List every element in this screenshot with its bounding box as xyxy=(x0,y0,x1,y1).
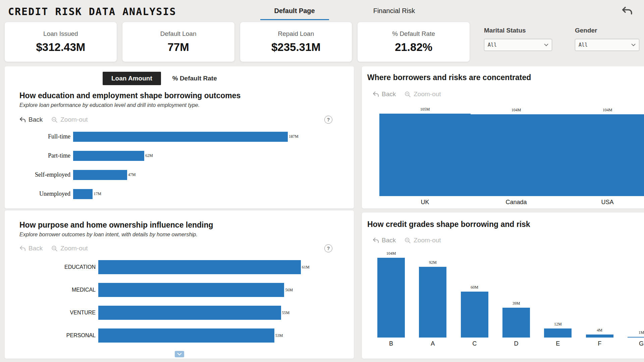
bar-track: 56M xyxy=(98,283,339,297)
column-bar[interactable] xyxy=(628,337,644,338)
bar-value-label: 17M xyxy=(94,191,101,196)
zoom-out-button[interactable]: Zoom-out xyxy=(51,116,88,123)
kpi-label: Loan Issued xyxy=(43,30,78,38)
bar-row: Part-time62M xyxy=(19,146,339,165)
chevron-down-icon xyxy=(631,44,636,46)
column-bar[interactable] xyxy=(461,292,488,338)
zoom-out-button[interactable]: Zoom-out xyxy=(405,237,441,244)
left-column: Loan Amount % Default Rate How education… xyxy=(5,66,354,359)
bar[interactable] xyxy=(98,283,284,297)
default-rate-toggle-button[interactable]: % Default Rate xyxy=(161,72,228,85)
filter-marital-status: Marital Status All xyxy=(484,27,552,62)
column-category-label: E xyxy=(556,340,560,347)
zoom-out-button[interactable]: Zoom-out xyxy=(405,90,441,98)
back-button[interactable]: Back xyxy=(19,116,43,123)
kpi-repaid-loan: Repaid Loan $235.31M xyxy=(240,22,352,62)
kpi-value: $312.43M xyxy=(36,41,85,54)
column-item: 1MG xyxy=(628,330,644,348)
filter-label: Gender xyxy=(575,27,639,34)
column-item: 12ME xyxy=(544,322,572,347)
bar[interactable] xyxy=(98,260,301,274)
bar[interactable] xyxy=(73,132,288,142)
column-item: 39MD xyxy=(502,301,530,347)
chart-title: How credit grades shape borrowing and ri… xyxy=(367,220,644,229)
bar-category-label: Unemployed xyxy=(19,190,73,197)
bar-value-label: 53M xyxy=(275,333,283,338)
column-value-label: 4M xyxy=(597,328,602,333)
measure-toggle: Loan Amount % Default Rate xyxy=(103,72,354,85)
bar-row: Unemployed17M xyxy=(19,184,339,203)
dropdown-value: All xyxy=(579,42,588,48)
kpi-value: 21.82% xyxy=(395,41,432,54)
bar-track: 47M xyxy=(73,170,339,180)
column-category-label: USA xyxy=(601,199,613,206)
bar-category-label: EDUCATION xyxy=(19,264,98,270)
column-category-label: F xyxy=(598,340,601,347)
zoom-out-label: Zoom-out xyxy=(60,116,88,123)
column-bar[interactable] xyxy=(419,267,446,338)
bar-value-label: 47M xyxy=(128,172,136,177)
main-area: Loan Amount % Default Rate How education… xyxy=(5,66,639,359)
column-bar[interactable] xyxy=(379,114,471,196)
bar-category-label: PERSONAL xyxy=(19,333,98,339)
column-bar[interactable] xyxy=(502,308,530,338)
employment-bar-chart: Full-time187MPart-time62MSelf-employed47… xyxy=(19,127,339,203)
bar-row: PERSONAL53M xyxy=(19,324,339,347)
bar-value-label: 56M xyxy=(285,288,293,293)
credit-grade-column-chart: 104MB92MA60MC39MD12ME4MF1MG xyxy=(367,251,644,347)
help-icon[interactable]: ? xyxy=(324,244,332,252)
gender-dropdown[interactable]: All xyxy=(575,39,639,51)
column-bar[interactable] xyxy=(586,335,613,338)
scroll-down-button[interactable] xyxy=(175,351,184,357)
bar-row: Self-employed47M xyxy=(19,165,339,184)
chart-title: How education and employment shape borro… xyxy=(19,91,339,100)
tab-financial-risk[interactable]: Financial Risk xyxy=(359,3,429,20)
column-value-label: 104M xyxy=(386,251,396,256)
purpose-bar-chart: EDUCATION61MMEDICAL56MVENTURE55MPERSONAL… xyxy=(19,256,339,347)
bar-track: 61M xyxy=(98,260,339,274)
zoom-out-button[interactable]: Zoom-out xyxy=(51,245,88,252)
bar[interactable] xyxy=(73,170,127,180)
column-bar[interactable] xyxy=(544,328,572,338)
column-bar[interactable] xyxy=(562,114,644,196)
bar-category-label: Self-employed xyxy=(19,171,73,178)
loan-amount-toggle-button[interactable]: Loan Amount xyxy=(103,72,161,85)
bar-value-label: 61M xyxy=(302,265,310,270)
kpi-value: 77M xyxy=(168,41,189,54)
bar[interactable] xyxy=(73,189,93,199)
column-category-label: Canada xyxy=(505,199,527,206)
back-button[interactable]: Back xyxy=(373,90,396,98)
tab-bar: Default Page Financial Risk xyxy=(260,3,429,20)
chart-title: Where borrowers and risks are concentrat… xyxy=(367,73,644,82)
undo-icon[interactable] xyxy=(620,5,635,18)
back-button[interactable]: Back xyxy=(19,245,43,252)
bar-track: 187M xyxy=(73,132,339,142)
column-bar[interactable] xyxy=(471,114,562,196)
column-item: 105MUK xyxy=(379,107,471,206)
column-category-label: B xyxy=(389,340,393,347)
country-column-chart: 105MUK104MCanada104MUSA xyxy=(367,107,644,206)
bar-value-label: 187M xyxy=(289,134,299,139)
column-item: 104MUSA xyxy=(562,108,644,206)
column-bar[interactable] xyxy=(377,258,405,338)
tab-default-page[interactable]: Default Page xyxy=(260,3,329,20)
column-category-label: G xyxy=(639,340,644,347)
marital-status-dropdown[interactable]: All xyxy=(484,39,552,51)
back-label: Back xyxy=(29,245,43,252)
bar-track: 62M xyxy=(73,151,339,161)
back-button[interactable]: Back xyxy=(373,237,396,244)
column-value-label: 105M xyxy=(420,107,430,112)
column-item: 60MC xyxy=(461,285,488,347)
chart-title: How purpose and home ownership influence… xyxy=(19,221,339,230)
chevron-down-icon xyxy=(544,44,548,46)
bar[interactable] xyxy=(98,328,274,343)
kpi-loan-issued: Loan Issued $312.43M xyxy=(5,22,117,62)
bar[interactable] xyxy=(73,151,144,161)
column-value-label: 104M xyxy=(603,108,612,113)
bar[interactable] xyxy=(98,306,281,320)
chart-subtitle: Explore loan performance by education le… xyxy=(19,102,339,108)
help-icon[interactable]: ? xyxy=(324,116,332,124)
column-item: 92MA xyxy=(419,260,446,347)
filter-area: Marital Status All Gender All xyxy=(484,22,639,62)
kpi-row: Loan Issued $312.43M Default Loan 77M Re… xyxy=(5,22,639,62)
